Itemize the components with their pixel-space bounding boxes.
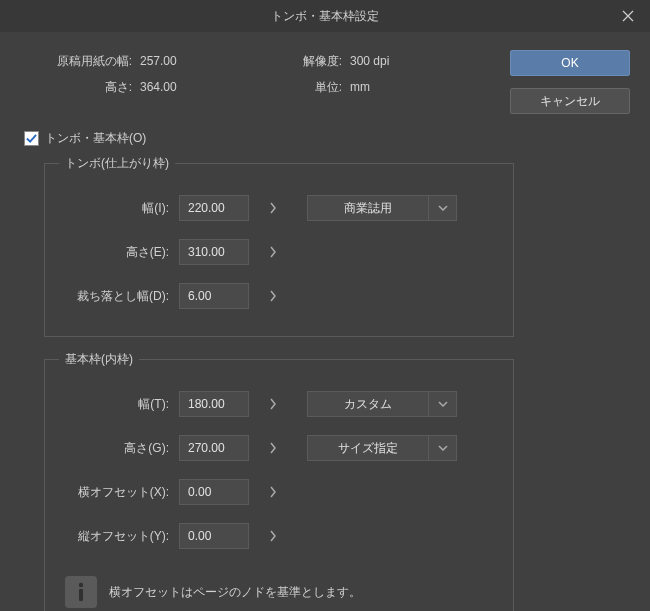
paper-width-label: 原稿用紙の幅: <box>20 53 140 70</box>
svg-rect-1 <box>79 589 83 601</box>
basic-voffset-spinner[interactable] <box>259 523 287 549</box>
tombo-width-label: 幅(I): <box>59 200 179 217</box>
chevron-right-icon <box>269 290 277 302</box>
cancel-button[interactable]: キャンセル <box>510 88 630 114</box>
basic-hoffset-spinner[interactable] <box>259 479 287 505</box>
basic-preset-label: カスタム <box>308 396 428 413</box>
tombo-checkbox[interactable] <box>24 131 39 146</box>
basic-hoffset-label: 横オフセット(X): <box>59 484 179 501</box>
paper-width-value: 257.00 <box>140 54 210 68</box>
chevron-down-icon <box>438 445 448 451</box>
paper-height-value: 364.00 <box>140 80 210 94</box>
tombo-checkbox-label: トンボ・基本枠(O) <box>45 130 146 147</box>
tombo-preset-dropdown[interactable]: 商業誌用 <box>307 195 457 221</box>
tombo-width-input[interactable] <box>179 195 249 221</box>
chevron-right-icon <box>269 398 277 410</box>
tombo-bleed-spinner[interactable] <box>259 283 287 309</box>
titlebar: トンボ・基本枠設定 <box>0 0 650 32</box>
chevron-right-icon <box>269 442 277 454</box>
basic-voffset-input[interactable] <box>179 523 249 549</box>
tombo-width-spinner[interactable] <box>259 195 287 221</box>
tombo-bleed-label: 裁ち落とし幅(D): <box>59 288 179 305</box>
unit-value: mm <box>350 80 420 94</box>
tombo-fieldset: トンボ(仕上がり枠) 幅(I): 商業誌用 高さ(E): 裁ち落とし幅(D): <box>44 155 514 337</box>
basic-legend: 基本枠(内枠) <box>59 351 139 368</box>
close-button[interactable] <box>606 0 650 32</box>
basic-preset-dropdown[interactable]: カスタム <box>307 391 457 417</box>
tombo-height-label: 高さ(E): <box>59 244 179 261</box>
info-icon <box>65 576 97 608</box>
basic-sizemode-dropdown[interactable]: サイズ指定 <box>307 435 457 461</box>
svg-point-0 <box>79 583 83 587</box>
basic-width-label: 幅(T): <box>59 396 179 413</box>
chevron-right-icon <box>269 530 277 542</box>
basic-height-input[interactable] <box>179 435 249 461</box>
tombo-bleed-input[interactable] <box>179 283 249 309</box>
ok-button[interactable]: OK <box>510 50 630 76</box>
basic-fieldset: 基本枠(内枠) 幅(T): カスタム 高さ(G): サイズ指定 横オフセット(X… <box>44 351 514 611</box>
chevron-right-icon <box>269 246 277 258</box>
resolution-value: 300 dpi <box>350 54 420 68</box>
basic-hoffset-input[interactable] <box>179 479 249 505</box>
chevron-down-icon <box>438 205 448 211</box>
basic-sizemode-label: サイズ指定 <box>308 440 428 457</box>
tombo-height-spinner[interactable] <box>259 239 287 265</box>
basic-height-label: 高さ(G): <box>59 440 179 457</box>
paper-height-label: 高さ: <box>20 79 140 96</box>
close-icon <box>622 10 634 22</box>
resolution-label: 解像度: <box>270 53 350 70</box>
chevron-right-icon <box>269 202 277 214</box>
chevron-down-icon <box>438 401 448 407</box>
tombo-legend: トンボ(仕上がり枠) <box>59 155 175 172</box>
basic-voffset-label: 縦オフセット(Y): <box>59 528 179 545</box>
dialog-content: 原稿用紙の幅: 257.00 解像度: 300 dpi 高さ: 364.00 単… <box>0 32 650 611</box>
basic-width-input[interactable] <box>179 391 249 417</box>
page-info: 原稿用紙の幅: 257.00 解像度: 300 dpi 高さ: 364.00 単… <box>20 48 510 114</box>
chevron-right-icon <box>269 486 277 498</box>
unit-label: 単位: <box>270 79 350 96</box>
tombo-preset-label: 商業誌用 <box>308 200 428 217</box>
basic-height-spinner[interactable] <box>259 435 287 461</box>
check-icon <box>26 133 37 144</box>
dialog-title: トンボ・基本枠設定 <box>271 8 379 25</box>
basic-width-spinner[interactable] <box>259 391 287 417</box>
tombo-height-input[interactable] <box>179 239 249 265</box>
offset-info-text: 横オフセットはページのノドを基準とします。 <box>109 584 361 601</box>
